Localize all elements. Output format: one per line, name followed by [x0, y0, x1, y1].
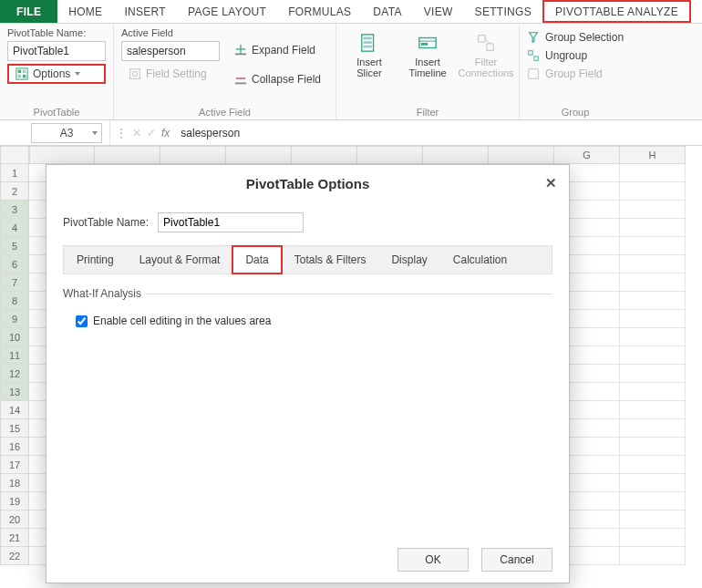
enable-cell-editing-row[interactable]: Enable cell editing in the values area — [76, 315, 552, 327]
column-header[interactable] — [423, 146, 489, 164]
row-header[interactable]: 7 — [0, 273, 29, 292]
row-header[interactable]: 15 — [0, 419, 29, 438]
row-header[interactable]: 2 — [0, 182, 29, 201]
whatif-section-label: What-If Analysis — [63, 287, 552, 300]
cell[interactable] — [620, 201, 686, 219]
ok-button[interactable]: OK — [397, 548, 469, 572]
column-header[interactable]: H — [620, 146, 686, 164]
column-header[interactable] — [29, 146, 95, 164]
enable-cell-editing-checkbox[interactable] — [76, 315, 88, 327]
cell[interactable] — [620, 219, 686, 237]
column-headers: GH — [29, 146, 686, 164]
column-header[interactable] — [160, 146, 226, 164]
expand-field-button[interactable]: Expand Field — [227, 40, 328, 60]
cell[interactable] — [620, 292, 686, 310]
cell[interactable] — [620, 383, 686, 401]
row-header[interactable]: 8 — [0, 292, 29, 310]
dialog-name-input[interactable] — [158, 212, 304, 232]
formula-input[interactable] — [175, 127, 702, 139]
insert-timeline-button[interactable]: Insert Timeline — [402, 27, 453, 78]
tab-pivottable-analyze[interactable]: PIVOTTABLE ANALYZE — [542, 0, 691, 23]
ribbon-group-group: Group Selection Ungroup Group Field Grou… — [520, 24, 631, 119]
row-header[interactable]: 14 — [0, 401, 29, 419]
cell[interactable] — [620, 474, 686, 492]
active-field-input[interactable] — [121, 41, 220, 61]
cell[interactable] — [620, 310, 686, 328]
cell[interactable] — [620, 492, 686, 511]
tab-settings[interactable]: SETTINGS — [464, 0, 542, 23]
cell[interactable] — [620, 328, 686, 346]
dialog-tab-printing[interactable]: Printing — [64, 246, 127, 273]
cell[interactable] — [620, 511, 686, 529]
row-header[interactable]: 12 — [0, 365, 29, 383]
cell[interactable] — [620, 547, 686, 565]
row-header[interactable]: 11 — [0, 346, 29, 365]
svg-rect-2 — [23, 70, 26, 74]
row-header[interactable]: 6 — [0, 255, 29, 273]
cancel-icon[interactable]: ✕ — [132, 127, 141, 139]
name-box[interactable]: A3 — [31, 123, 102, 143]
column-header[interactable] — [95, 146, 160, 164]
dialog-title: PivotTable Options — [246, 176, 370, 191]
tab-data[interactable]: DATA — [362, 0, 412, 23]
cell[interactable] — [620, 438, 686, 456]
tab-home[interactable]: HOME — [57, 0, 113, 23]
row-header[interactable]: 13 — [0, 383, 29, 401]
row-header[interactable]: 16 — [0, 438, 29, 456]
row-header[interactable]: 22 — [0, 547, 29, 565]
options-button[interactable]: Options — [7, 64, 106, 84]
column-header[interactable]: G — [554, 146, 620, 164]
dialog-tab-calculation[interactable]: Calculation — [440, 246, 520, 273]
tab-page-layout[interactable]: PAGE LAYOUT — [177, 0, 277, 23]
row-header[interactable]: 4 — [0, 219, 29, 237]
cell[interactable] — [620, 456, 686, 474]
cell[interactable] — [620, 255, 686, 273]
cell[interactable] — [620, 273, 686, 292]
dialog-tab-totals[interactable]: Totals & Filters — [282, 246, 379, 273]
row-header[interactable]: 3 — [0, 201, 29, 219]
column-header[interactable] — [489, 146, 554, 164]
cell[interactable] — [620, 419, 686, 438]
dialog-tab-layout[interactable]: Layout & Format — [127, 246, 233, 273]
row-header[interactable]: 1 — [0, 164, 29, 182]
cell[interactable] — [620, 182, 686, 201]
column-header[interactable] — [226, 146, 292, 164]
column-header[interactable] — [292, 146, 357, 164]
filter-connections-button: Filter Connections — [460, 27, 511, 78]
pivottable-name-input[interactable] — [7, 41, 106, 61]
cell[interactable] — [620, 401, 686, 419]
tab-formulas[interactable]: FORMULAS — [277, 0, 362, 23]
tab-file[interactable]: FILE — [0, 0, 57, 23]
group-selection-button[interactable]: Group Selection — [527, 31, 624, 44]
tab-insert[interactable]: INSERT — [113, 0, 177, 23]
cancel-button[interactable]: Cancel — [481, 548, 552, 572]
cell[interactable] — [620, 346, 686, 365]
row-header[interactable]: 5 — [0, 237, 29, 255]
tab-view[interactable]: VIEW — [413, 0, 464, 23]
cell[interactable] — [620, 237, 686, 255]
ribbon-group-filter: Insert Slicer Insert Timeline Filter Con… — [336, 24, 520, 119]
row-header[interactable]: 20 — [0, 511, 29, 529]
ungroup-button[interactable]: Ungroup — [527, 49, 624, 62]
cell[interactable] — [620, 365, 686, 383]
svg-rect-14 — [364, 41, 372, 44]
cell[interactable] — [620, 164, 686, 182]
row-header[interactable]: 21 — [0, 529, 29, 547]
svg-rect-11 — [235, 83, 246, 85]
row-header[interactable]: 10 — [0, 328, 29, 346]
column-header[interactable] — [357, 146, 423, 164]
close-button[interactable]: ✕ — [542, 174, 560, 192]
row-header[interactable]: 18 — [0, 474, 29, 492]
check-icon[interactable]: ✓ — [147, 127, 156, 139]
collapse-field-button[interactable]: Collapse Field — [227, 69, 328, 89]
select-all-corner[interactable] — [0, 146, 29, 164]
fx-icon[interactable]: fx — [161, 127, 170, 139]
pivottable-name-label: PivotTable Name: — [7, 27, 106, 38]
row-header[interactable]: 9 — [0, 310, 29, 328]
row-header[interactable]: 19 — [0, 492, 29, 511]
dialog-tab-display[interactable]: Display — [378, 246, 439, 273]
dialog-tab-data[interactable]: Data — [232, 246, 281, 273]
insert-slicer-button[interactable]: Insert Slicer — [344, 27, 395, 78]
cell[interactable] — [620, 529, 686, 547]
row-header[interactable]: 17 — [0, 456, 29, 474]
